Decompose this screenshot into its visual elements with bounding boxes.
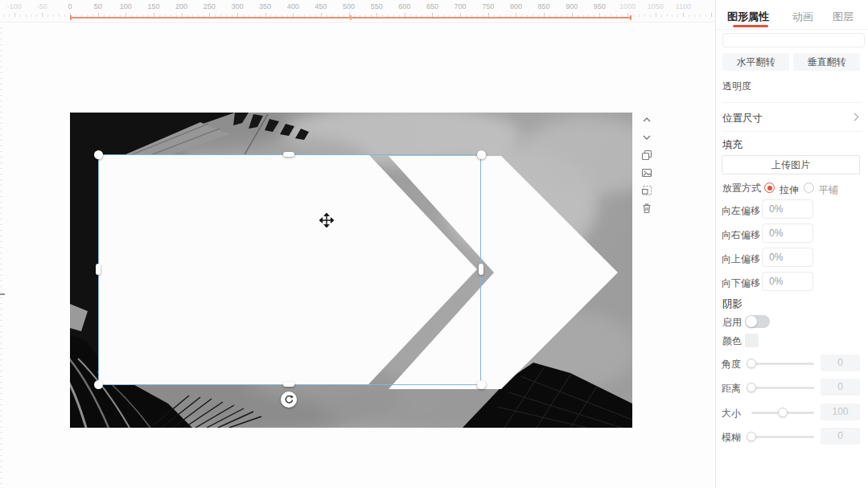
ruler-mid-tick [350, 15, 352, 20]
shadow-blur-thumb[interactable] [747, 432, 756, 441]
replace-image-icon [641, 185, 652, 196]
shadow-enable-label: 启用 [722, 317, 742, 328]
ruler-label: 700 [455, 2, 467, 10]
shadow-angle-value: 0 [821, 355, 860, 371]
move-down-button[interactable] [641, 131, 653, 143]
ruler-label: 1000 [619, 2, 636, 10]
resize-handle-right[interactable] [479, 264, 483, 275]
placement-radio-stretch[interactable] [764, 182, 775, 193]
shadow-size-value: 100 [821, 404, 860, 420]
ruler-label: 500 [343, 2, 355, 10]
fill-label: 填充 [722, 139, 743, 150]
position-size-label: 位置尺寸 [722, 113, 763, 124]
offset-left-input[interactable] [762, 199, 813, 219]
resize-handle-bottom-left[interactable] [94, 380, 103, 389]
ruler-selection-extent [70, 17, 631, 18]
horizontal-ruler: -150-100-5005010015020025030035040045050… [0, 0, 715, 23]
tab-graphic-properties[interactable]: 图形属性 [727, 10, 769, 24]
ruler-label: 850 [538, 2, 550, 10]
placement-radio-tile[interactable] [804, 182, 814, 193]
ruler-label: 750 [482, 2, 494, 10]
shadow-distance-slider[interactable] [751, 387, 814, 389]
shadow-color-swatch[interactable] [745, 334, 759, 347]
ruler-label: 0 [68, 2, 72, 10]
toggle-knob [746, 316, 757, 327]
shadow-enable-toggle[interactable] [745, 315, 770, 328]
placement-label: 放置方式 [722, 182, 761, 194]
shadow-size-thumb[interactable] [778, 408, 788, 417]
ruler-label: 450 [315, 2, 327, 10]
ruler-label: 1050 [648, 2, 664, 10]
shadow-label: 阴影 [722, 298, 743, 310]
resize-handle-top-left[interactable] [94, 150, 103, 159]
selection-box[interactable] [98, 154, 481, 385]
panel-tabs: 图形属性 动画 图层 [716, 0, 868, 30]
ruler-label: 400 [287, 2, 299, 10]
vertical-ruler-marker [0, 293, 5, 295]
layer-toolbar [640, 113, 654, 214]
shadow-color-label: 颜色 [722, 335, 742, 347]
offset-right-input[interactable] [762, 223, 813, 243]
upload-image-button[interactable]: 上传图片 [722, 155, 860, 174]
offset-up-label: 向上偏移 [722, 252, 760, 266]
ruler-label: 250 [204, 2, 216, 10]
ruler-label: 200 [175, 2, 187, 10]
delete-button[interactable] [641, 202, 653, 214]
shadow-size-slider[interactable] [751, 412, 814, 414]
shadow-distance-value: 0 [821, 379, 860, 396]
shadow-blur-slider[interactable] [751, 436, 814, 438]
shadow-angle-label: 角度 [722, 358, 741, 371]
move-cursor-icon [319, 213, 334, 228]
rotate-icon [284, 395, 294, 404]
offset-left-label: 向左偏移 [722, 204, 760, 218]
ruler-label: 600 [398, 2, 410, 10]
active-tab-underline [733, 25, 768, 27]
ruler-label: 1100 [676, 2, 691, 10]
opacity-label: 透明度 [722, 80, 751, 92]
ruler-label: 950 [594, 2, 606, 10]
replace-image-button[interactable] [641, 184, 653, 196]
resize-handle-top[interactable] [283, 152, 294, 157]
offset-up-input[interactable] [762, 248, 813, 267]
ruler-label: 550 [371, 2, 383, 10]
ruler-label: -50 [37, 2, 47, 10]
rotate-handle[interactable] [281, 392, 297, 408]
ruler-label: 650 [426, 2, 438, 10]
duplicate-button[interactable] [641, 149, 653, 161]
tab-layers[interactable]: 图层 [833, 10, 854, 24]
flip-vertical-button[interactable]: 垂直翻转 [793, 53, 860, 71]
trash-icon [641, 203, 652, 214]
resize-handle-bottom[interactable] [283, 382, 294, 387]
ruler-label: 100 [120, 2, 132, 10]
element-name-input[interactable] [722, 33, 865, 47]
divider [722, 131, 862, 132]
move-up-button[interactable] [641, 113, 653, 125]
shadow-angle-slider[interactable] [751, 363, 814, 365]
placement-option-tile-label[interactable]: 平铺 [819, 183, 838, 197]
resize-handle-left[interactable] [96, 264, 101, 275]
ruler-label: -100 [7, 2, 22, 10]
image-button[interactable] [641, 166, 653, 178]
ruler-label: 800 [510, 2, 522, 10]
shadow-blur-label: 模糊 [722, 431, 741, 445]
divider [722, 102, 862, 103]
flip-horizontal-button[interactable]: 水平翻转 [722, 53, 789, 71]
duplicate-icon [641, 150, 652, 161]
tab-animation[interactable]: 动画 [792, 10, 813, 24]
shadow-size-label: 大小 [722, 407, 741, 420]
image-icon [641, 167, 652, 178]
ruler-label: 50 [94, 2, 102, 10]
shadow-angle-thumb[interactable] [747, 359, 756, 368]
editor-app: -150-100-5005010015020025030035040045050… [0, 0, 868, 488]
chevron-up-icon [641, 114, 652, 125]
ruler-label: 350 [259, 2, 271, 10]
offset-down-label: 向下偏移 [722, 277, 760, 290]
shadow-blur-value: 0 [821, 428, 860, 445]
vertical-ruler [0, 23, 6, 488]
offset-right-label: 向右偏移 [722, 228, 760, 242]
offset-down-input[interactable] [762, 272, 813, 291]
resize-handle-top-right[interactable] [477, 150, 486, 159]
placement-option-stretch-label[interactable]: 拉伸 [780, 183, 799, 197]
shadow-distance-thumb[interactable] [747, 383, 756, 392]
resize-handle-bottom-right[interactable] [477, 380, 486, 389]
